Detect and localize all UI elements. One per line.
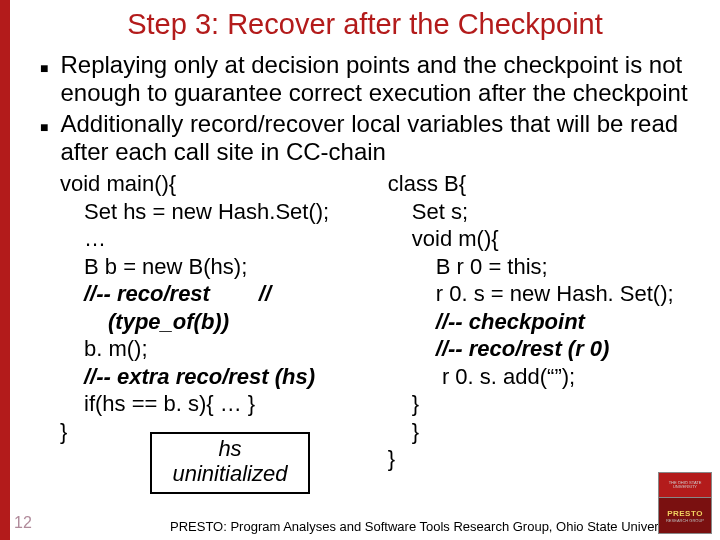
code-columns: void main(){ Set hs = new Hash.Set(); … … [60, 170, 700, 473]
code-line: } [388, 445, 700, 473]
slide-title: Step 3: Recover after the Checkpoint [10, 0, 720, 51]
bullet-list: ■ Replaying only at decision points and … [10, 51, 720, 165]
bullet-item: ■ Replaying only at decision points and … [40, 51, 692, 106]
bullet-text: Additionally record/recover local variab… [60, 110, 692, 165]
logo-group: RESEARCH GROUP [666, 518, 704, 523]
bullet-text: Replaying only at decision points and th… [60, 51, 692, 106]
code-line: (type_of(b)) [60, 308, 388, 336]
logo-bottom: PRESTO RESEARCH GROUP [658, 498, 712, 534]
annotation-box: hs uninitialized [150, 432, 310, 494]
code-line: //-- reco/rest // [60, 280, 388, 308]
code-line: B r 0 = this; [388, 253, 700, 281]
code-line: B b = new B(hs); [60, 253, 388, 281]
footer-text: PRESTO: Program Analyses and Software To… [170, 519, 678, 534]
code-line: Set hs = new Hash.Set(); [60, 198, 388, 226]
code-line: if(hs == b. s){ … } [60, 390, 388, 418]
code-line: b. m(); [60, 335, 388, 363]
code-line: } [388, 390, 700, 418]
code-line: //-- extra reco/rest (hs) [60, 363, 388, 391]
code-right: class B{ Set s; void m(){ B r 0 = this; … [388, 170, 700, 473]
code-line: void m(){ [388, 225, 700, 253]
code-line: Set s; [388, 198, 700, 226]
annotation-line: uninitialized [152, 461, 308, 486]
code-line: … [60, 225, 388, 253]
annotation-line: hs [152, 436, 308, 461]
code-line: //-- checkpoint [388, 308, 700, 336]
logo-presto: PRESTO [667, 509, 703, 518]
bullet-marker: ■ [40, 119, 48, 135]
code-line: r 0. s. add(“”); [388, 363, 700, 391]
code-line: //-- reco/rest (r 0) [388, 335, 700, 363]
university-logo: THE OHIO STATE UNIVERSITY PRESTO RESEARC… [658, 472, 712, 534]
bullet-marker: ■ [40, 60, 48, 76]
bullet-item: ■ Additionally record/recover local vari… [40, 110, 692, 165]
page-number: 12 [14, 514, 32, 532]
code-line: class B{ [388, 170, 700, 198]
code-line: r 0. s = new Hash. Set(); [388, 280, 700, 308]
code-line: void main(){ [60, 170, 388, 198]
code-line: } [388, 418, 700, 446]
logo-top: THE OHIO STATE UNIVERSITY [658, 472, 712, 498]
code-left: void main(){ Set hs = new Hash.Set(); … … [60, 170, 388, 473]
